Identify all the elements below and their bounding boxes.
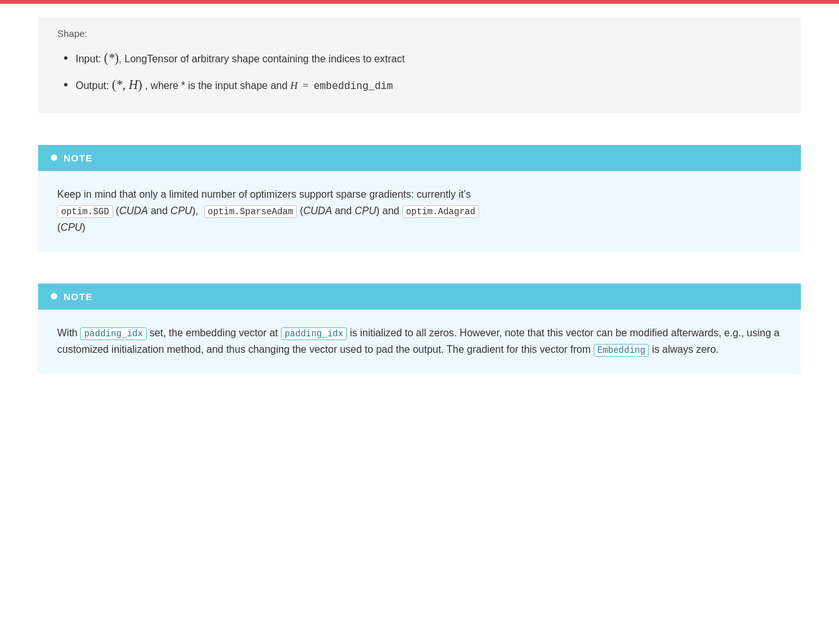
input-suffix: , LongTensor of arbitrary shape containi…	[119, 53, 405, 64]
note1-cpu2: CPU	[355, 205, 376, 216]
bullet-list: Input: (*), LongTensor of arbitrary shap…	[64, 48, 782, 95]
output-equals: =	[300, 80, 311, 91]
note1-italic2: (CUDA and CPU)	[300, 205, 379, 216]
note1-code2: optim.SparseAdam	[204, 205, 297, 218]
output-where: , where	[142, 80, 181, 91]
note-header-2: NOTE	[38, 284, 801, 310]
note-header-1: NOTE	[38, 145, 801, 171]
note-body-2: With padding_idx set, the embedding vect…	[38, 310, 801, 374]
note-dot-1	[51, 154, 57, 161]
note1-paragraph: Keep in mind that only a limited number …	[57, 186, 782, 236]
note1-cpu1: CPU	[170, 205, 192, 216]
input-math: (*)	[104, 51, 119, 65]
bullet-output: Output: (*, H) , where * is the input sh…	[64, 74, 782, 95]
bullet-output-content: Output: (*, H) , where * is the input sh…	[76, 74, 393, 95]
note-dot-2	[51, 293, 57, 299]
note2-code2: padding_idx	[281, 327, 347, 340]
note1-italic3: (CPU)	[57, 222, 85, 233]
note2-middle1: set, the embedding vector at	[149, 327, 278, 338]
note-title-2: NOTE	[64, 291, 93, 302]
shape-label: Shape:	[57, 28, 782, 39]
note-block-2: NOTE With padding_idx set, the embedding…	[38, 284, 801, 374]
page-content: Shape: Input: (*), LongTensor of arbitra…	[0, 4, 839, 418]
output-prefix: Output:	[76, 80, 112, 91]
note2-code3: Embedding	[594, 344, 650, 357]
shape-section: Shape: Input: (*), LongTensor of arbitra…	[38, 17, 801, 113]
note1-cuda2: CUDA	[303, 205, 332, 216]
output-math: (*, H)	[112, 78, 142, 92]
note-body-1: Keep in mind that only a limited number …	[38, 171, 801, 252]
output-star: * is the input shape and	[181, 80, 290, 91]
note1-italic1: (CUDA and CPU),	[116, 205, 198, 216]
note2-paragraph: With padding_idx set, the embedding vect…	[57, 325, 782, 359]
note2-intro: With	[57, 327, 78, 338]
note1-code3: optim.Adagrad	[402, 205, 479, 218]
output-embdim: embedding_dim	[313, 81, 393, 92]
input-prefix: Input:	[76, 53, 104, 64]
output-h: H	[290, 80, 298, 91]
note-block-1: NOTE Keep in mind that only a limited nu…	[38, 145, 801, 252]
bullet-input-content: Input: (*), LongTensor of arbitrary shap…	[76, 48, 405, 68]
note1-text1: Keep in mind that only a limited number …	[57, 189, 471, 200]
note1-cpu3: CPU	[60, 222, 82, 233]
note-title-1: NOTE	[64, 153, 93, 163]
note2-end: is always zero.	[652, 344, 719, 355]
note1-cuda1: CUDA	[119, 205, 147, 216]
note2-code1: padding_idx	[80, 327, 146, 340]
bullet-input: Input: (*), LongTensor of arbitrary shap…	[64, 48, 782, 68]
note1-code1: optim.SGD	[57, 205, 113, 218]
